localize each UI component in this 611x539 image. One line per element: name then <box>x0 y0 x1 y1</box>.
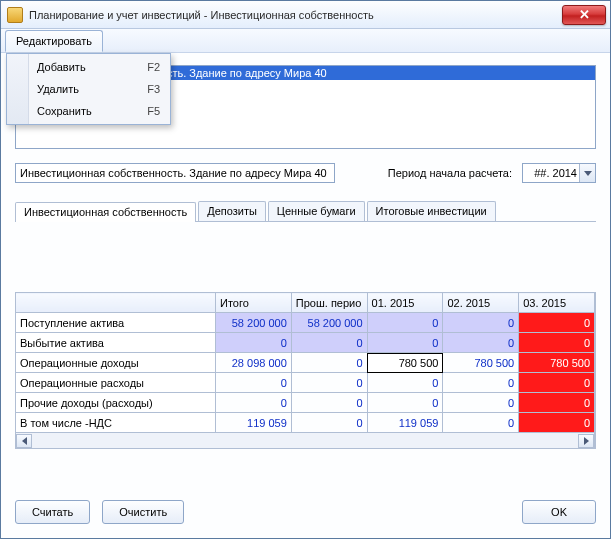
menu-item-delete-label: Удалить <box>37 83 147 95</box>
tab-deposits[interactable]: Депозиты <box>198 201 266 221</box>
grid-cell[interactable]: 780 500 <box>443 353 519 373</box>
grid-cell[interactable]: 0 <box>443 313 519 333</box>
grid-column-header[interactable]: 02. 2015 <box>443 293 519 313</box>
grid-cell[interactable]: 0 <box>519 393 595 413</box>
app-window: Планирование и учет инвестиций - Инвести… <box>0 0 611 539</box>
grid-row-label: Операционные расходы <box>16 373 216 393</box>
menu-item-add-label: Добавить <box>37 61 147 73</box>
tab-label: Инвестиционная собственность <box>24 206 187 218</box>
grid-column-header[interactable]: Прош. перио <box>291 293 367 313</box>
grid-cell[interactable]: 58 200 000 <box>216 313 292 333</box>
grid-cell[interactable]: 0 <box>519 413 595 433</box>
tab-investment-property[interactable]: Инвестиционная собственность <box>15 202 196 222</box>
grid-cell[interactable]: 0 <box>443 373 519 393</box>
client-area: Инвестиционная собственность. Здание по … <box>1 53 610 538</box>
grid-cell[interactable]: 28 098 000 <box>216 353 292 373</box>
grid-row-label: Прочие доходы (расходы) <box>16 393 216 413</box>
period-label: Период начала расчета: <box>388 167 512 179</box>
calculate-label: Считать <box>32 506 73 518</box>
grid-column-header[interactable] <box>16 293 216 313</box>
tabstrip: Инвестиционная собственность Депозиты Це… <box>15 201 596 221</box>
menu-item-save-shortcut: F5 <box>147 105 160 117</box>
menu-edit[interactable]: Редактировать <box>5 30 103 52</box>
grid-column-header[interactable]: 03. 2015 <box>519 293 595 313</box>
menu-item-delete[interactable]: Удалить F3 <box>9 78 168 100</box>
scroll-left-button[interactable] <box>16 434 32 448</box>
ok-button[interactable]: OK <box>522 500 596 524</box>
scroll-track[interactable] <box>32 434 578 448</box>
grid-cell[interactable]: 0 <box>519 333 595 353</box>
grid-row-label: Операционные доходы <box>16 353 216 373</box>
grid-cell[interactable]: 58 200 000 <box>291 313 367 333</box>
close-button[interactable]: ✕ <box>562 5 606 25</box>
clear-button[interactable]: Очистить <box>102 500 184 524</box>
menu-item-add[interactable]: Добавить F2 <box>9 56 168 78</box>
menu-edit-label: Редактировать <box>16 35 92 47</box>
app-icon <box>7 7 23 23</box>
grid-column-header[interactable]: 01. 2015 <box>367 293 443 313</box>
tab-label: Итоговые инвестиции <box>376 205 487 217</box>
calculate-button[interactable]: Считать <box>15 500 90 524</box>
period-value-input[interactable] <box>523 164 579 182</box>
scroll-right-button[interactable] <box>578 434 594 448</box>
grid-row-label: Поступление актива <box>16 313 216 333</box>
tab-label: Ценные бумаги <box>277 205 356 217</box>
tab-label: Депозиты <box>207 205 257 217</box>
arrow-left-icon <box>22 437 27 445</box>
grid-row-label: Выбытие актива <box>16 333 216 353</box>
grid-cell[interactable]: 0 <box>291 353 367 373</box>
grid-cell[interactable]: 119 059 <box>216 413 292 433</box>
grid-cell[interactable]: 0 <box>367 333 443 353</box>
tab-total[interactable]: Итоговые инвестиции <box>367 201 496 221</box>
name-period-row: Период начала расчета: <box>15 163 596 183</box>
footer-buttons: Считать Очистить OK <box>15 500 596 524</box>
grid-column-header[interactable]: Итого <box>216 293 292 313</box>
grid-cell[interactable]: 0 <box>291 333 367 353</box>
grid-cell[interactable]: 119 059 <box>367 413 443 433</box>
menu-item-save[interactable]: Сохранить F5 <box>9 100 168 122</box>
menu-item-add-shortcut: F2 <box>147 61 160 73</box>
grid-cell[interactable]: 0 <box>291 413 367 433</box>
titlebar: Планирование и учет инвестиций - Инвести… <box>1 1 610 29</box>
grid-row-label: В том числе -НДС <box>16 413 216 433</box>
period-dropdown-button[interactable] <box>579 164 595 182</box>
grid-cell[interactable]: 0 <box>367 313 443 333</box>
menu-edit-dropdown: Добавить F2 Удалить F3 Сохранить F5 <box>6 53 171 125</box>
grid-cell[interactable]: 0 <box>519 313 595 333</box>
grid-cell[interactable]: 0 <box>216 393 292 413</box>
period-combobox[interactable] <box>522 163 596 183</box>
grid-cell[interactable]: 780 500 <box>367 353 443 373</box>
grid-cell[interactable]: 0 <box>291 373 367 393</box>
grid-cell[interactable]: 0 <box>443 393 519 413</box>
menu-item-delete-shortcut: F3 <box>147 83 160 95</box>
grid-cell[interactable]: 0 <box>519 373 595 393</box>
grid-cell[interactable]: 0 <box>291 393 367 413</box>
data-grid[interactable]: ИтогоПрош. перио01. 201502. 201503. 2015… <box>15 292 596 449</box>
ok-label: OK <box>551 506 567 518</box>
grid-cell[interactable]: 0 <box>443 333 519 353</box>
window-title: Планирование и учет инвестиций - Инвести… <box>29 9 562 21</box>
chevron-down-icon <box>584 171 592 176</box>
grid-cell[interactable]: 0 <box>443 413 519 433</box>
investment-name-input[interactable] <box>15 163 335 183</box>
clear-label: Очистить <box>119 506 167 518</box>
menu-item-save-label: Сохранить <box>37 105 147 117</box>
tab-securities[interactable]: Ценные бумаги <box>268 201 365 221</box>
grid-cell[interactable]: 0 <box>367 393 443 413</box>
menubar: Редактировать <box>1 29 610 53</box>
grid-horizontal-scrollbar[interactable] <box>15 433 595 449</box>
grid-cell[interactable]: 0 <box>216 333 292 353</box>
grid-cell[interactable]: 780 500 <box>519 353 595 373</box>
close-icon: ✕ <box>579 7 590 22</box>
grid-cell[interactable]: 0 <box>367 373 443 393</box>
grid-cell[interactable]: 0 <box>216 373 292 393</box>
arrow-right-icon <box>584 437 589 445</box>
